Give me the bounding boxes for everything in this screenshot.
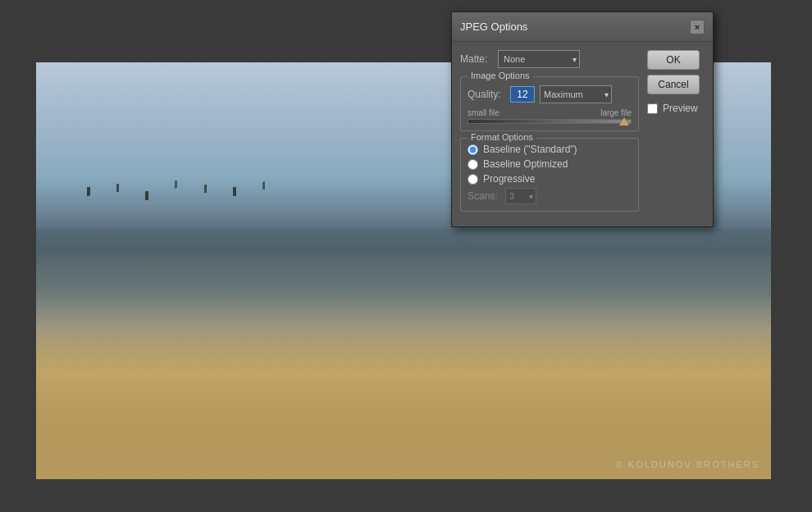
preview-label[interactable]: Preview bbox=[663, 103, 698, 114]
dialog-titlebar: JPEG Options × bbox=[452, 12, 713, 42]
quality-row: Quality: Low Medium High Very High Maxim… bbox=[468, 85, 632, 103]
matte-label: Matte: bbox=[460, 53, 493, 65]
dialog-right-panel: OK Cancel Preview bbox=[647, 50, 705, 218]
matte-select-wrapper: None Background Color Foreground Color W… bbox=[498, 50, 580, 68]
scans-row: Scans: 3 4 5 bbox=[468, 188, 632, 204]
progressive-label[interactable]: Progressive bbox=[483, 173, 535, 185]
cancel-button[interactable]: Cancel bbox=[647, 75, 700, 94]
baseline-standard-label[interactable]: Baseline ("Standard") bbox=[483, 144, 577, 155]
ok-button[interactable]: OK bbox=[647, 50, 700, 70]
baseline-optimized-row: Baseline Optimized bbox=[468, 158, 632, 170]
format-options-section: Format Options Baseline ("Standard") Bas… bbox=[460, 138, 639, 212]
matte-row: Matte: None Background Color Foreground … bbox=[460, 50, 639, 68]
jpeg-options-dialog: JPEG Options × Matte: None Background Co… bbox=[451, 11, 714, 227]
preview-row: Preview bbox=[647, 103, 705, 114]
quality-select[interactable]: Low Medium High Very High Maximum bbox=[540, 85, 612, 103]
close-button[interactable]: × bbox=[690, 20, 705, 34]
quality-slider-container: small file large file bbox=[468, 108, 632, 124]
format-options-legend: Format Options bbox=[468, 132, 536, 142]
workspace: JPEG Options × Matte: None Background Co… bbox=[0, 0, 812, 512]
quality-select-wrapper: Low Medium High Very High Maximum bbox=[540, 85, 612, 103]
image-options-section: Image Options Quality: Low Medium High V… bbox=[460, 76, 639, 131]
baseline-standard-radio[interactable] bbox=[468, 144, 478, 155]
scans-select[interactable]: 3 4 5 bbox=[505, 188, 536, 204]
dialog-title: JPEG Options bbox=[460, 21, 527, 33]
baseline-standard-row: Baseline ("Standard") bbox=[468, 144, 632, 155]
preview-checkbox[interactable] bbox=[647, 103, 658, 114]
quality-slider-track[interactable] bbox=[468, 119, 632, 124]
slider-labels: small file large file bbox=[468, 108, 632, 117]
progressive-radio[interactable] bbox=[468, 174, 478, 185]
small-file-label: small file bbox=[468, 108, 500, 117]
large-file-label: large file bbox=[600, 108, 632, 117]
baseline-optimized-radio[interactable] bbox=[468, 159, 478, 170]
water-layer bbox=[36, 229, 771, 375]
matte-select[interactable]: None Background Color Foreground Color W… bbox=[498, 50, 580, 68]
dialog-body: Matte: None Background Color Foreground … bbox=[452, 42, 713, 226]
scans-label: Scans: bbox=[468, 190, 500, 202]
scans-select-wrapper: 3 4 5 bbox=[505, 188, 536, 204]
dialog-left-panel: Matte: None Background Color Foreground … bbox=[460, 50, 639, 218]
quality-input[interactable] bbox=[510, 86, 535, 103]
quality-label: Quality: bbox=[468, 89, 505, 100]
quality-slider-thumb bbox=[619, 117, 629, 126]
baseline-optimized-label[interactable]: Baseline Optimized bbox=[483, 158, 568, 170]
image-options-legend: Image Options bbox=[468, 71, 533, 80]
progressive-row: Progressive bbox=[468, 173, 632, 185]
